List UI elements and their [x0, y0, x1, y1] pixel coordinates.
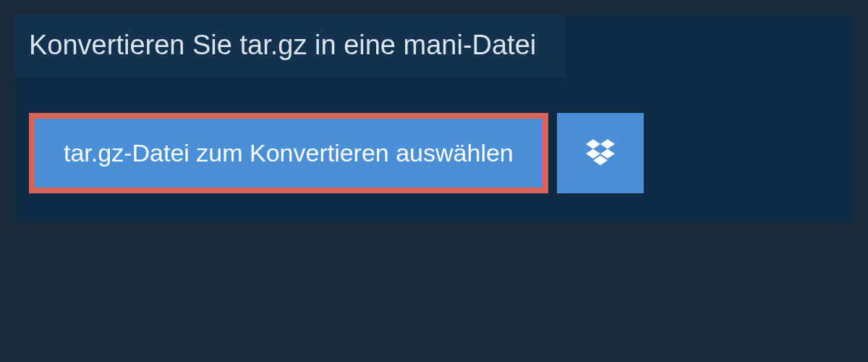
heading-container: Konvertieren Sie tar.gz in eine mani-Dat…	[14, 14, 565, 77]
dropbox-button[interactable]	[557, 113, 644, 193]
converter-panel: Konvertieren Sie tar.gz in eine mani-Dat…	[14, 14, 854, 222]
file-select-label: tar.gz-Datei zum Konvertieren auswählen	[64, 139, 514, 167]
dropbox-icon	[586, 137, 615, 169]
file-select-button[interactable]: tar.gz-Datei zum Konvertieren auswählen	[29, 113, 548, 193]
page-title: Konvertieren Sie tar.gz in eine mani-Dat…	[29, 29, 536, 62]
button-row: tar.gz-Datei zum Konvertieren auswählen	[14, 77, 854, 193]
